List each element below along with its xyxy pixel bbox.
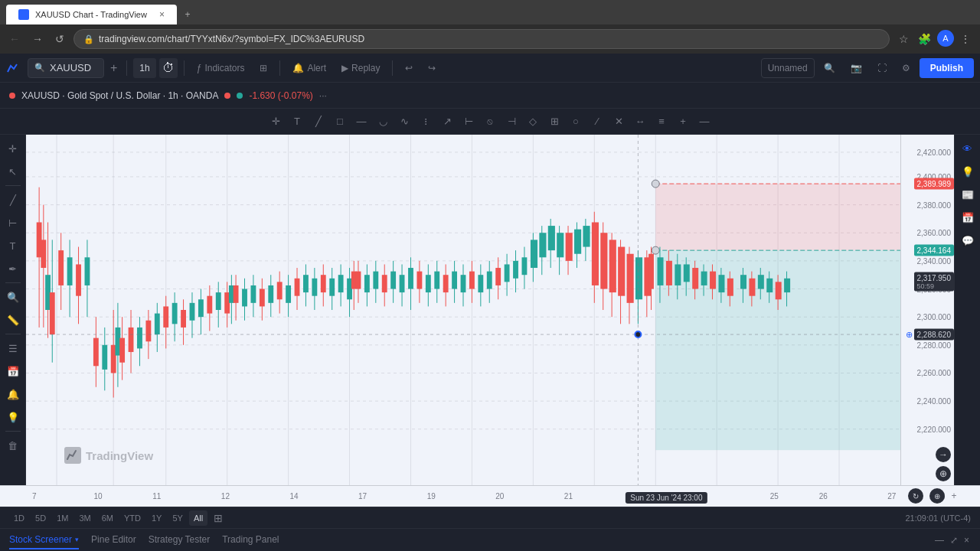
redo-btn[interactable]: ↪	[422, 58, 442, 78]
panel-tab-strategy-tester[interactable]: Strategy Tester	[149, 531, 210, 549]
more-options-btn[interactable]: ···	[319, 90, 327, 101]
chat-side-btn[interactable]: 💬	[957, 230, 978, 251]
draw-brush-tool[interactable]: ✒	[2, 258, 24, 279]
magnet-tool[interactable]: +	[673, 112, 693, 132]
forward-btn[interactable]: →	[29, 30, 46, 48]
rect-tool[interactable]: □	[330, 112, 350, 132]
circle-tool[interactable]: ○	[566, 112, 586, 132]
fib-tool[interactable]: ⊢	[459, 112, 479, 132]
timeframe-menu-btn[interactable]: ⏱	[159, 58, 178, 78]
svg-rect-162	[364, 275, 370, 292]
hchannel-tool[interactable]: ⊣	[501, 112, 521, 132]
price-scroll-right[interactable]: →	[936, 447, 951, 462]
panel-tab-stock-screener[interactable]: Stock Screener ▾	[9, 531, 79, 549]
panel-tab-trading-panel[interactable]: Trading Panel	[222, 531, 279, 549]
arc-tool[interactable]: ◡	[373, 112, 393, 132]
alert-btn[interactable]: 🔔 Alert	[286, 58, 332, 78]
lock-tool[interactable]: —	[694, 112, 714, 132]
pitchfork-tool[interactable]: ⍉	[480, 112, 500, 132]
ideas-btn[interactable]: 💡	[2, 406, 24, 428]
trading-panel-label: Trading Panel	[222, 534, 279, 545]
cursor-tool[interactable]: ✛	[2, 138, 24, 159]
tf-5d[interactable]: 5D	[31, 510, 51, 526]
browser-tab-active[interactable]: XAUUSD Chart - TradingView ×	[6, 5, 177, 24]
date-end-btn[interactable]: ⊕	[929, 488, 945, 504]
back-btn[interactable]: ←	[6, 30, 23, 48]
arrow-tool[interactable]: ↗	[437, 112, 457, 132]
symbol-search[interactable]: 🔍 XAUUSD	[28, 58, 104, 78]
draw-text-tool[interactable]: T	[2, 235, 24, 256]
calendar-btn[interactable]: 📅	[2, 360, 24, 382]
add-symbol-btn[interactable]: +	[107, 58, 120, 78]
alert-icon: 🔔	[292, 63, 304, 73]
timeframe-btn[interactable]: 1h	[133, 58, 155, 78]
new-tab-btn[interactable]: +	[177, 5, 198, 24]
tf-1m[interactable]: 1M	[52, 510, 73, 526]
unnamed-btn[interactable]: Unnamed	[761, 58, 815, 78]
price-scroll-left[interactable]: ⊕	[936, 466, 951, 481]
chart-canvas[interactable]: 2,420.000 2,400.000 2,380.000 2,360.000 …	[26, 135, 954, 485]
profile-btn[interactable]: A	[937, 30, 954, 47]
hline-tool[interactable]: —	[351, 112, 371, 132]
url-bar[interactable]: 🔒 tradingview.com/chart/TYYxtN6x/?symbol…	[74, 29, 890, 49]
calendar-side-btn[interactable]: 📅	[957, 207, 978, 228]
ideas-side-btn[interactable]: 💡	[957, 161, 978, 182]
measure-ruler-tool[interactable]: 📏	[2, 309, 24, 331]
drawing-toolbar: ✛ T ╱ □ — ◡ ∿ ⫶ ↗ ⊢ ⍉ ⊣ ◇ ⊞ ○ ∕ ✕ ↔ ≡ + …	[0, 109, 980, 135]
delete-tool[interactable]: 🗑	[2, 435, 24, 456]
panel-close-btn[interactable]: ×	[962, 533, 971, 547]
tf-1y[interactable]: 1Y	[147, 510, 166, 526]
draw-line-tool[interactable]: ╱	[2, 189, 24, 210]
bookmark-btn[interactable]: ☆	[896, 30, 912, 48]
tf-3m[interactable]: 3M	[74, 510, 95, 526]
menu-btn[interactable]: ⋮	[957, 30, 974, 48]
date-plus-btn[interactable]: +	[946, 488, 962, 504]
panel-maximize-btn[interactable]: ⤢	[949, 533, 959, 547]
crosshair-tool[interactable]: ✛	[266, 112, 286, 132]
zoom-in-tool[interactable]: 🔍	[2, 286, 24, 308]
replay-btn[interactable]: ▶ Replay	[335, 58, 386, 78]
zoom-tool[interactable]: ≡	[652, 112, 671, 132]
ellipse-tool[interactable]: ◇	[523, 112, 543, 132]
tf-ytd[interactable]: YTD	[119, 510, 145, 526]
indicators-btn[interactable]: ƒ Indicators	[191, 58, 251, 78]
panel-minimize-btn[interactable]: —	[933, 533, 946, 547]
date-scroll-btn[interactable]: ↻	[908, 488, 923, 504]
text-tool[interactable]: T	[287, 112, 307, 132]
parallel-tool[interactable]: ⫶	[416, 112, 436, 132]
watchlist-side-btn[interactable]: 👁	[957, 138, 978, 159]
publish-btn[interactable]: Publish	[920, 58, 974, 78]
camera-btn[interactable]: 📷	[844, 58, 868, 78]
select-tool[interactable]: ↖	[2, 161, 24, 182]
tab-close-btn[interactable]: ×	[159, 9, 165, 20]
tf-1d[interactable]: 1D	[9, 510, 29, 526]
grid-tool[interactable]: ⊞	[544, 112, 564, 132]
undo-btn[interactable]: ↩	[399, 58, 419, 78]
zoom-controls-btn[interactable]: 🔍	[818, 58, 841, 78]
measure-tool[interactable]: ↔	[630, 112, 650, 132]
line-tool[interactable]: ╱	[309, 112, 328, 132]
brush-tool[interactable]: ∕	[587, 112, 607, 132]
fullscreen-btn[interactable]: ⛶	[871, 58, 893, 78]
svg-rect-76	[684, 264, 690, 282]
settings-btn[interactable]: ⚙	[896, 58, 916, 78]
alert-side-btn[interactable]: 🔔	[2, 383, 24, 405]
news-side-btn[interactable]: 📰	[957, 184, 978, 205]
curve-tool[interactable]: ∿	[394, 112, 414, 132]
tf-6m[interactable]: 6M	[97, 510, 118, 526]
watchlist-btn[interactable]: ☰	[2, 337, 24, 359]
date-label-21: 21	[564, 492, 573, 500]
path-tool[interactable]: ✕	[609, 112, 629, 132]
refresh-btn[interactable]: ↺	[52, 30, 67, 48]
price-label-2420: 2,420.000	[917, 148, 952, 156]
draw-fib-tool[interactable]: ⊢	[2, 212, 24, 233]
panel-actions: — ⤢ ×	[933, 533, 971, 547]
date-label-27: 27	[887, 492, 896, 500]
tf-all[interactable]: All	[189, 510, 207, 526]
extensions-btn[interactable]: 🧩	[915, 30, 934, 48]
tf-custom[interactable]: ⊞	[209, 510, 227, 526]
panel-tab-pine-editor[interactable]: Pine Editor	[91, 531, 136, 549]
svg-rect-92	[758, 275, 764, 289]
templates-btn[interactable]: ⊞	[253, 58, 273, 78]
tf-5y[interactable]: 5Y	[168, 510, 187, 526]
